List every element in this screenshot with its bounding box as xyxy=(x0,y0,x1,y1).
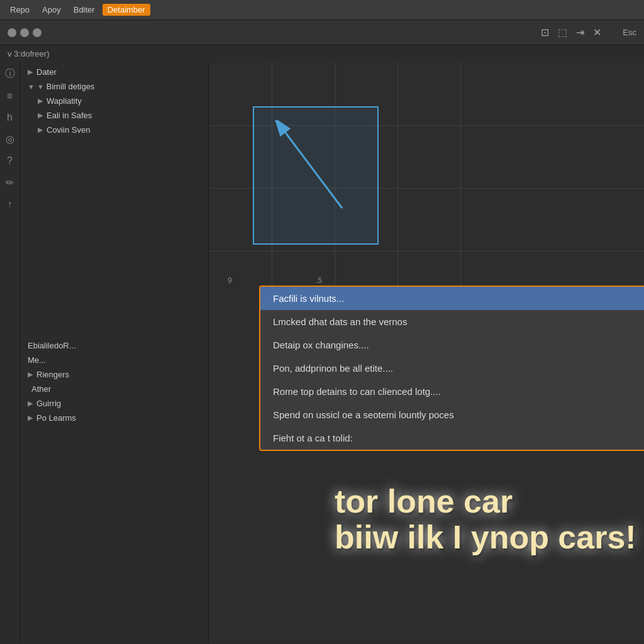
list-icon[interactable]: ≡ xyxy=(7,91,13,102)
traffic-lights xyxy=(8,28,42,37)
tree-arrow-eali xyxy=(38,111,43,119)
toolbar-icon-1[interactable]: ⊡ xyxy=(541,26,549,38)
context-menu-item-1[interactable]: Lmcked dhat dats an the vernos xyxy=(260,310,644,333)
overlay-text: tor lone car biiw ilk I ynop cars! xyxy=(335,484,636,555)
grid-line-3 xyxy=(397,62,398,289)
tree-arrow-wapliatity xyxy=(38,97,43,105)
tree-arrow-coviin xyxy=(38,126,43,134)
tree-label-eali: Eali in Safes xyxy=(47,111,92,120)
svg-line-1 xyxy=(286,133,342,208)
tree-item-dater[interactable]: Dater xyxy=(20,65,208,79)
toolbar-close-button[interactable]: ✕ xyxy=(593,26,601,38)
tree-label-guirrig: Guirrig xyxy=(36,399,61,408)
tree-label-ather: Ather xyxy=(31,384,51,394)
context-menu-item-4[interactable]: Rome top detains to can clienced lotg...… xyxy=(260,380,644,403)
tree-arrow-guirrig xyxy=(28,399,33,408)
tree-item-bimill[interactable]: ▼ ▼ Bimill detiges xyxy=(20,79,208,94)
tree-arrow-dater xyxy=(28,68,33,76)
overlay-line1: tor lone car xyxy=(335,484,636,519)
tree-item-eali[interactable]: Eali in Safes xyxy=(20,108,208,123)
tree-arrow-bimill-outer: ▼ xyxy=(28,83,35,91)
traffic-light-minimize[interactable] xyxy=(20,28,29,37)
content-area: 9 .5 Facfili is vilnuts... Lmcked dhat d… xyxy=(209,62,644,643)
tree-panel: Dater ▼ ▼ Bimill detiges Wapliatity Eali… xyxy=(20,62,209,643)
left-sidebar-icons: ⓘ ≡ h ◎ ? ✏ ↑ xyxy=(0,62,20,643)
tree-item-ebialiledor[interactable]: EbialiledoR... xyxy=(20,338,208,353)
toolbar-icon-2[interactable]: ⬚ xyxy=(558,26,567,38)
grid-line-4 xyxy=(460,62,461,289)
traffic-light-close[interactable] xyxy=(8,28,16,37)
context-menu-item-6[interactable]: Fieht ot a ca t tolid: xyxy=(260,426,644,450)
overlay-line2: biiw ilk I ynop cars! xyxy=(335,519,636,555)
tree-arrow-po-learms xyxy=(28,414,33,422)
tree-spacer xyxy=(20,137,208,338)
question-icon[interactable]: ? xyxy=(7,155,13,167)
tree-label-ebialiledor: EbialiledoR... xyxy=(28,341,76,350)
esc-label: Esc xyxy=(623,28,636,37)
timeline-num-5: .5 xyxy=(316,276,322,285)
tree-item-po-learms[interactable]: Po Learms xyxy=(20,411,208,425)
tree-label-po-learms: Po Learms xyxy=(36,413,76,423)
selection-box xyxy=(253,106,379,245)
upload-icon[interactable]: ↑ xyxy=(8,199,13,210)
context-menu: Facfili is vilnuts... Lmcked dhat dats a… xyxy=(259,286,644,451)
menubar: Repo Apoy Bditer Detaimber xyxy=(0,0,644,20)
tree-item-me[interactable]: Me... xyxy=(20,353,208,367)
tree-label-wapliatity: Wapliatity xyxy=(47,96,82,106)
blue-arrow-icon xyxy=(273,120,348,214)
tree-label-dater: Dater xyxy=(36,67,57,77)
tree-label-riengers: Riengers xyxy=(36,370,69,379)
context-menu-item-0[interactable]: Facfili is vilnuts... xyxy=(260,287,644,310)
histogram-icon[interactable]: h xyxy=(7,112,13,123)
timeline-num-9: 9 xyxy=(228,276,232,285)
traffic-light-maximize[interactable] xyxy=(33,28,42,37)
tree-item-coviin[interactable]: Coviin Sven xyxy=(20,123,208,137)
tree-label-coviin: Coviin Sven xyxy=(47,125,90,135)
target-icon[interactable]: ◎ xyxy=(6,133,14,145)
tree-arrow-riengers xyxy=(28,370,33,379)
menu-repo[interactable]: Repo xyxy=(5,4,35,16)
tree-label-bimill: Bimill detiges xyxy=(47,82,95,91)
tree-label-me: Me... xyxy=(28,355,46,365)
tree-item-guirrig[interactable]: Guirrig xyxy=(20,396,208,411)
context-menu-item-5[interactable]: Spend on ussicl oe a seotemi lountly poc… xyxy=(260,403,644,426)
tree-item-wapliatity[interactable]: Wapliatity xyxy=(20,94,208,108)
menu-detaimber[interactable]: Detaimber xyxy=(103,4,150,16)
timeline-area: 9 .5 xyxy=(209,62,644,289)
toolbar: ⊡ ⬚ ⇥ ✕ Esc xyxy=(0,20,644,45)
edit-icon[interactable]: ✏ xyxy=(6,177,14,189)
breadcrumb: v 3:dofreer) xyxy=(0,45,644,62)
menu-apoy[interactable]: Apoy xyxy=(37,4,66,16)
tree-item-ather[interactable]: Ather xyxy=(20,382,208,396)
info-icon[interactable]: ⓘ xyxy=(5,67,15,80)
tree-arrow-bimill-inner: ▼ xyxy=(37,83,44,91)
grid-row-3 xyxy=(209,251,644,252)
context-menu-item-3[interactable]: Pon, addprinon be all etite.... xyxy=(260,357,644,380)
tree-item-riengers[interactable]: Riengers xyxy=(20,367,208,382)
toolbar-icon-3[interactable]: ⇥ xyxy=(576,26,584,38)
context-menu-item-2[interactable]: Detaip ox changines.... xyxy=(260,333,644,357)
main-layout: ⓘ ≡ h ◎ ? ✏ ↑ Dater ▼ ▼ Bimill detiges W… xyxy=(0,62,644,643)
menu-bditer[interactable]: Bditer xyxy=(69,4,100,16)
